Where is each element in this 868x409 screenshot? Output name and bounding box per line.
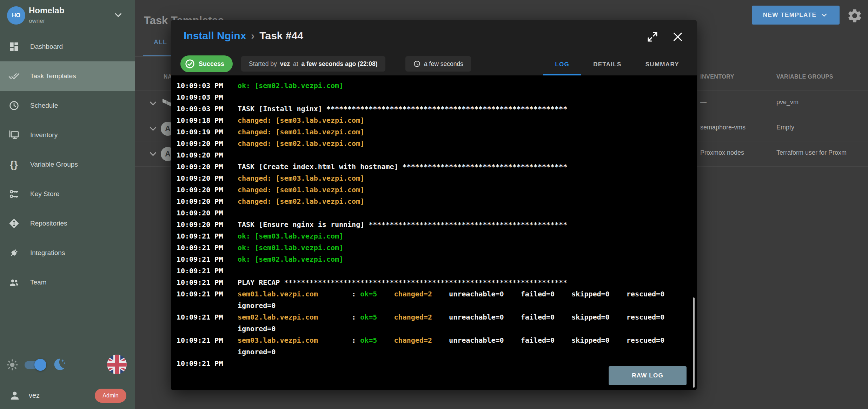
sidebar-item-label: Variable Groups [30, 161, 78, 168]
chevron-down-icon[interactable] [148, 149, 158, 159]
log-text: PLAY RECAP *****************************… [238, 277, 567, 288]
git-icon [8, 218, 20, 229]
log-timestamp: 10:09:20 PM [177, 196, 238, 207]
template-link[interactable]: Install Nginx [184, 30, 246, 42]
sidebar-item-key-store[interactable]: Key Store [0, 179, 135, 209]
double-check-icon [8, 71, 20, 82]
log-timestamp: 10:09:21 PM [177, 265, 238, 277]
log-line: 10:09:20 PMchanged: [sem03.lab.vezpi.com… [177, 173, 697, 184]
sidebar-item-label: Integrations [30, 249, 65, 257]
log-timestamp: 10:09:20 PM [177, 138, 238, 149]
log-text: ignored=0 [238, 323, 276, 335]
log-text: changed: [sem03.lab.vezpi.com] [238, 115, 364, 126]
chevron-down-icon [113, 10, 124, 20]
sidebar-item-variable-groups[interactable]: {}Variable Groups [0, 150, 135, 179]
column-header-name: NAME [164, 74, 171, 80]
sidebar-item-label: Inventory [30, 131, 58, 139]
log-text: ignored=0 [238, 300, 276, 311]
chevron-down-icon[interactable] [148, 123, 158, 134]
log-timestamp: 10:09:21 PM [177, 335, 238, 346]
log-line: 10:09:21 PMsem03.lab.vezpi.com : ok=5 ch… [177, 335, 697, 346]
task-title: Task #44 [259, 30, 303, 42]
log-timestamp: 10:09:21 PM [177, 358, 238, 369]
chevron-right-icon: › [251, 30, 254, 42]
team-name: Homelab [29, 6, 64, 15]
moon-icon [51, 357, 66, 371]
sidebar-item-label: Schedule [30, 102, 58, 109]
cell-variable-groups: pve_vm [776, 99, 868, 106]
team-switcher[interactable]: HO Homelab owner [0, 0, 135, 32]
log-timestamp: 10:09:21 PM [177, 242, 238, 254]
sidebar-item-integrations[interactable]: Integrations [0, 238, 135, 268]
log-line: ignored=0 [177, 323, 697, 335]
log-text: sem01.lab.vezpi.com : ok=5 changed=2 unr… [238, 288, 664, 300]
sidebar-item-schedule[interactable]: Schedule [0, 91, 135, 120]
sidebar-item-dashboard[interactable]: Dashboard [0, 32, 135, 61]
log-text: changed: [sem01.lab.vezpi.com] [238, 184, 364, 196]
gear-icon[interactable] [847, 8, 863, 24]
new-template-label: NEW TEMPLATE [763, 12, 817, 19]
log-text: changed: [sem03.lab.vezpi.com] [238, 173, 364, 184]
log-timestamp: 10:09:20 PM [177, 219, 238, 230]
log-text: sem02.lab.vezpi.com : ok=5 changed=2 unr… [238, 311, 664, 323]
log-line: 10:09:03 PM [177, 92, 697, 103]
log-line: ignored=0 [177, 346, 697, 358]
log-timestamp: 10:09:21 PM [177, 230, 238, 242]
sidebar-item-repositories[interactable]: Repositories [0, 209, 135, 238]
log-timestamp: 10:09:21 PM [177, 254, 238, 265]
monitor-icon [8, 129, 20, 141]
tab-details[interactable]: DETAILS [581, 54, 634, 75]
log-timestamp: 10:09:19 PM [177, 126, 238, 138]
log-scrollbar[interactable] [693, 297, 695, 388]
log-timestamp: 10:09:21 PM [177, 277, 238, 288]
sidebar-item-team[interactable]: Team [0, 268, 135, 297]
chevron-down-icon[interactable] [148, 98, 158, 109]
sidebar-nav: DashboardTask TemplatesScheduleInventory… [0, 32, 135, 297]
sidebar-item-label: Repositories [30, 220, 67, 227]
tab-all[interactable]: ALL [154, 39, 167, 46]
sidebar-item-label: Key Store [30, 190, 59, 198]
modal-tabs: LOGDETAILSSUMMARY [543, 54, 691, 75]
log-text: ok: [sem01.lab.vezpi.com] [238, 242, 343, 254]
dashboard-icon [8, 41, 20, 52]
people-icon [8, 277, 20, 288]
log-timestamp: 10:09:03 PM [177, 92, 238, 103]
log-timestamp: 10:09:21 PM [177, 288, 238, 300]
tab-log[interactable]: LOG [543, 54, 581, 75]
log-timestamp: 10:09:03 PM [177, 80, 238, 92]
started-prefix: Started by [249, 60, 277, 68]
clock-icon [8, 100, 20, 111]
language-flag-icon[interactable] [107, 355, 127, 374]
log-timestamp: 10:09:03 PM [177, 103, 238, 115]
log-line: 10:09:18 PMchanged: [sem03.lab.vezpi.com… [177, 115, 697, 126]
sidebar-item-inventory[interactable]: Inventory [0, 120, 135, 150]
sidebar-item-label: Task Templates [30, 72, 76, 80]
tab-summary[interactable]: SUMMARY [634, 54, 691, 75]
task-modal: Install Nginx › Task #44 Success Started… [171, 20, 697, 390]
raw-log-button[interactable]: RAW LOG [609, 366, 687, 385]
expand-icon[interactable] [646, 31, 659, 43]
plug-icon [8, 247, 20, 259]
log-line: 10:09:03 PMok: [sem02.lab.vezpi.com] [177, 80, 697, 92]
column-header-variable-groups: VARIABLE GROUPS [776, 74, 833, 80]
team-avatar: HO [7, 6, 25, 25]
log-timestamp [177, 346, 238, 358]
cell-inventory: — [700, 99, 707, 106]
keys-icon [8, 188, 20, 200]
log-timestamp: 10:09:20 PM [177, 207, 238, 219]
log-text: changed: [sem02.lab.vezpi.com] [238, 196, 364, 207]
started-user: vez [280, 60, 290, 68]
theme-controls [0, 356, 135, 374]
admin-badge: Admin [95, 389, 126, 403]
sidebar-item-label: Team [30, 279, 46, 286]
dark-mode-toggle[interactable] [25, 361, 45, 369]
log-line: 10:09:20 PMchanged: [sem02.lab.vezpi.com… [177, 196, 697, 207]
new-template-button[interactable]: NEW TEMPLATE [752, 6, 840, 25]
user-menu[interactable]: vez Admin [0, 386, 135, 405]
sidebar-item-task-templates[interactable]: Task Templates [0, 61, 135, 91]
log-timestamp: 10:09:20 PM [177, 161, 238, 173]
log-line: 10:09:20 PMchanged: [sem01.lab.vezpi.com… [177, 184, 697, 196]
cell-variable-groups: Empty [776, 124, 868, 131]
breadcrumb: Install Nginx › Task #44 [184, 30, 303, 42]
close-icon[interactable] [671, 31, 684, 43]
